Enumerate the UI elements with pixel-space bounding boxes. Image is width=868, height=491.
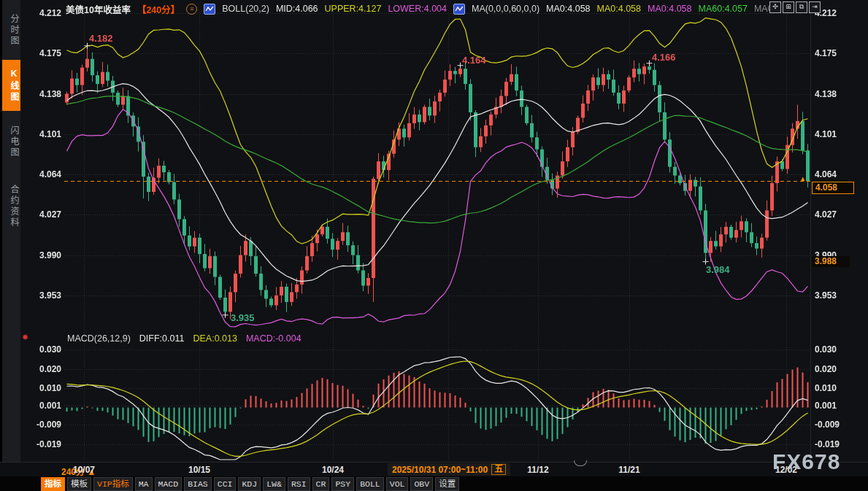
toolbar-tab-5[interactable]: BIAS xyxy=(184,477,212,491)
price-chart-canvas[interactable] xyxy=(0,0,868,491)
toolbar-tab-11[interactable]: PSY xyxy=(331,477,354,491)
scale-axis-icon[interactable]: ⧉ xyxy=(796,1,807,13)
trading-app-window: 分时图K线图闪电图合约资料 美债10年收益率 【240分】 ≡ BOLL(20,… xyxy=(0,0,868,491)
axis-tick-label: 0.030 xyxy=(815,344,851,355)
date-tick-label: 10/07 xyxy=(61,465,107,475)
ma-value-3: MA60:4.057 xyxy=(699,4,748,14)
price-annotation: 4.164 xyxy=(462,55,486,66)
axis-tick-label: 4.138 xyxy=(25,89,61,99)
toolbar-tab-8[interactable]: LW& xyxy=(263,477,285,491)
toolbar-tab-6[interactable]: CCI xyxy=(214,477,237,491)
focused-datetime-text: 2025/10/31 07:00~11:00 xyxy=(392,465,488,475)
fx678-watermark: FX678 xyxy=(772,449,840,474)
toolbar-tab-3[interactable]: MA xyxy=(135,477,153,491)
price-annotation: 4.182 xyxy=(89,33,113,44)
axis-tick-label: 4.101 xyxy=(815,129,851,139)
reference-price-badge: 3.988 xyxy=(812,256,850,267)
chart-menu-icon[interactable]: ≡ xyxy=(186,4,197,15)
macd-hist-value: MACD:-0.004 xyxy=(246,333,302,344)
chart-type-sidebar: 分时图K线图闪电图合约资料 xyxy=(2,0,20,476)
price-annotation: 3.984 xyxy=(706,264,730,275)
focused-bar-datetime: 2025/10/31 07:00~11:00 五 xyxy=(388,463,510,476)
fit-chart-icon[interactable]: ⊞ xyxy=(783,1,794,13)
toolbar-tab-13[interactable]: VOL xyxy=(386,477,409,491)
toolbar-tab-4[interactable]: MACD xyxy=(155,477,183,491)
sidebar-item-2[interactable]: 闪电图 xyxy=(2,115,20,168)
alert-flash-icon[interactable]: ✹ xyxy=(22,333,28,342)
axis-tick-label: -0.009 xyxy=(815,420,851,430)
toolbar-tab-7[interactable]: KDJ xyxy=(238,477,261,491)
axis-tick-label: -0.009 xyxy=(25,420,61,430)
last-price-badge: 4.058 xyxy=(812,182,854,194)
toolbar-tab-15[interactable]: 设置 xyxy=(435,477,459,491)
axis-tick-label: 0.001 xyxy=(25,401,61,411)
axis-tick-label: 4.175 xyxy=(815,48,851,58)
sidebar-item-0[interactable]: 分时图 xyxy=(2,4,20,55)
axis-tick-label: 3.990 xyxy=(25,250,61,260)
axis-tick-label: 3.953 xyxy=(25,290,61,301)
axis-tick-label: 0.020 xyxy=(815,364,851,374)
date-tick-label: 11/21 xyxy=(606,465,653,475)
axis-tick-label: 4.138 xyxy=(815,89,851,99)
axis-tick-label: 4.212 xyxy=(25,8,61,18)
sidebar-item-3[interactable]: 合约资料 xyxy=(2,172,20,241)
price-annotation: 3.935 xyxy=(231,312,255,323)
boll-indicator-icon[interactable] xyxy=(204,4,215,15)
period-tag[interactable]: 【240分】 xyxy=(137,2,180,16)
axis-tick-label: -0.019 xyxy=(25,439,61,449)
axis-tick-label: 3.953 xyxy=(815,290,851,301)
macd-label: MACD(26,12,9) xyxy=(67,333,131,344)
date-tick-label: 10/24 xyxy=(310,465,356,475)
toolbar-tab-14[interactable]: OBV xyxy=(410,477,433,491)
chart-toolbar-icons: ✣⊞⧉⇥ xyxy=(769,1,821,13)
toolbar-tab-2[interactable]: VIP指标 xyxy=(93,477,133,491)
ma-values-group: MA0:4.058MA0:4.058MA0:4.058MA60:4.057MA0… xyxy=(546,4,775,14)
macd-diff-value: DIFF:0.011 xyxy=(139,333,185,344)
ma-value-0: MA0:4.058 xyxy=(546,4,590,14)
axis-tick-label: 0.020 xyxy=(25,364,61,374)
ma-label: MA(0,0,0,60,0,0) xyxy=(472,4,539,14)
axis-tick-label: 4.101 xyxy=(25,129,61,139)
toolbar-tab-12[interactable]: BOLL xyxy=(356,477,384,491)
date-tick-label: 11/12 xyxy=(515,465,561,475)
boll-upper-value: UPPER:4.127 xyxy=(325,4,382,14)
pin-right-icon[interactable]: ⇥ xyxy=(809,1,821,13)
axis-tick-label: 4.027 xyxy=(25,209,61,220)
boll-mid-value: MID:4.066 xyxy=(276,4,318,14)
boll-label: BOLL(20,2) xyxy=(222,4,269,14)
date-tick-label: 10/15 xyxy=(176,465,223,475)
axis-tick-label: 0.010 xyxy=(815,383,851,393)
axis-tick-label: 4.175 xyxy=(25,48,61,58)
sidebar-item-1[interactable]: K线图 xyxy=(2,60,20,111)
axis-tick-label: -0.019 xyxy=(815,439,851,449)
pan-icon[interactable]: ✣ xyxy=(769,1,781,13)
axis-tick-label: 4.027 xyxy=(815,209,851,220)
ma-indicator-icon[interactable] xyxy=(453,4,465,15)
axis-tick-label: 0.030 xyxy=(25,344,61,355)
time-axis-bar: 240分 ▲ 10/0710/1510/2411/1211/2112/02 20… xyxy=(0,462,868,477)
indicator-toolbar: 指标模板VIP指标MAMACDBIASCCIKDJLW&RSICRPSYBOLL… xyxy=(0,476,868,491)
boll-lower-value: LOWER:4.004 xyxy=(388,4,447,14)
axis-tick-label: 4.064 xyxy=(25,169,61,179)
ma-value-2: MA0:4.058 xyxy=(648,4,691,14)
indicator-header: 美债10年收益率 【240分】 ≡ BOLL(20,2) MID:4.066 U… xyxy=(66,3,775,15)
axis-tick-label: 0.001 xyxy=(815,401,851,411)
price-alert-icon[interactable]: ▴ xyxy=(801,174,805,183)
focused-weekday: 五 xyxy=(491,464,506,475)
axis-tick-label: 0.010 xyxy=(25,383,61,393)
symbol-title: 美债10年收益率 xyxy=(66,2,131,16)
toolbar-tab-1[interactable]: 模板 xyxy=(67,477,91,491)
toolbar-tab-0[interactable]: 指标 xyxy=(41,477,65,491)
macd-dea-value: DEA:0.013 xyxy=(193,333,237,344)
axis-tick-label: 4.064 xyxy=(815,169,851,179)
price-annotation: 4.166 xyxy=(652,52,676,63)
toolbar-tab-10[interactable]: CR xyxy=(312,477,330,491)
macd-header: MACD(26,12,9) DIFF:0.011 DEA:0.013 MACD:… xyxy=(67,333,302,344)
ma-value-1: MA0:4.058 xyxy=(597,4,641,14)
toolbar-tab-9[interactable]: RSI xyxy=(288,477,310,491)
